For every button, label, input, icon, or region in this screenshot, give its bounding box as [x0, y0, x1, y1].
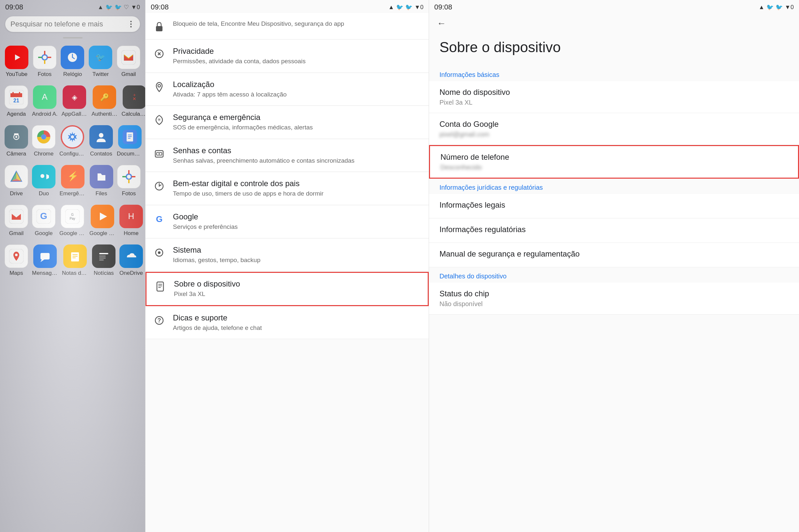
svg-rect-90: [158, 287, 161, 288]
app-appgallery-label: AppGallery: [61, 111, 87, 117]
settings-item-bemestar[interactable]: Bem-estar digital e controle dos pais Te…: [146, 172, 429, 205]
section-basicas: Informações básicas: [429, 66, 799, 81]
app-docs[interactable]: Documen...: [115, 122, 144, 160]
app-mensagens-label: Mensagens: [32, 270, 58, 277]
app-config[interactable]: Configura...: [58, 122, 87, 160]
app-noticias[interactable]: Notícias: [91, 242, 117, 279]
status-time-2: 09:08: [151, 3, 169, 12]
app-google[interactable]: G Google: [31, 202, 57, 239]
app-auth[interactable]: 🔑 Authentic...: [90, 83, 119, 120]
settings-item-senhas[interactable]: Senhas e contas Senhas salvas, preenchim…: [146, 139, 429, 172]
app-fotos2[interactable]: Fotos: [116, 162, 142, 200]
youtube-icon: [5, 46, 29, 69]
svg-rect-67: [72, 258, 76, 258]
about-item-conta-google[interactable]: Conta do Google pixel@gmail.com: [429, 113, 799, 145]
notif-icon-2: ▲: [388, 4, 394, 11]
settings-item-google[interactable]: G Google Serviços e preferências: [146, 206, 429, 238]
notas-icon: [63, 245, 87, 268]
about-item-nome[interactable]: Nome do dispositivo Pixel 3a XL: [429, 81, 799, 113]
conta-google-value: pixel@gmail.com: [439, 131, 788, 138]
app-notas[interactable]: Notas do ...: [61, 242, 89, 279]
app-agenda[interactable]: 21 Agenda: [3, 83, 29, 120]
fotos-icon: [33, 46, 56, 69]
app-youtube-label: YouTube: [5, 71, 28, 78]
app-calc-label: Calculado...: [121, 111, 145, 117]
about-item-status-chip[interactable]: Status do chip Não disponível: [429, 283, 799, 315]
app-drive-label: Drive: [10, 190, 23, 197]
app-twitter[interactable]: 🐦 Twitter: [87, 43, 114, 80]
app-gmail2[interactable]: Gmail: [3, 202, 29, 239]
nome-title: Nome do dispositivo: [439, 88, 788, 97]
settings-item-localizacao[interactable]: Localização Ativada: 7 apps têm acesso à…: [146, 73, 429, 106]
app-calc[interactable]: +✕ Calculado...: [120, 83, 145, 120]
dicas-subtitle: Artigos de ajuda, telefone e chat: [173, 324, 421, 332]
app-onedrive[interactable]: OneDrive: [118, 242, 144, 279]
svg-rect-89: [158, 286, 162, 286]
about-item-regulatorias[interactable]: Informações regulatórias: [429, 218, 799, 243]
svg-rect-28: [14, 133, 19, 135]
app-grid-row4: Drive Duo ⚡ Emergênc... Files Fotos: [0, 161, 145, 201]
app-fotos[interactable]: Fotos: [31, 43, 58, 80]
app-gmail[interactable]: Gmail: [115, 43, 142, 80]
settings-item-sistema[interactable]: Sistema Idiomas, gestos, tempo, backup: [146, 239, 429, 271]
back-button[interactable]: ←: [429, 13, 799, 31]
app-mensagens[interactable]: Mensagens: [31, 242, 59, 279]
app-youtube[interactable]: YouTube: [3, 43, 30, 80]
camera-icon: [4, 125, 28, 149]
about-device-panel: 09:08 ▲ 🐦 🐦 ▼0 ← Sobre o dispositivo Inf…: [429, 0, 799, 532]
app-drive[interactable]: Drive: [3, 162, 29, 200]
svg-text:?: ?: [158, 317, 161, 324]
settings-item-seguranca[interactable]: ✳ Segurança e emergência SOS de emergênc…: [146, 106, 429, 139]
app-android[interactable]: A Android A.: [31, 83, 59, 120]
app-googlepl[interactable]: Google Pl...: [88, 202, 117, 239]
app-maps[interactable]: Maps: [3, 242, 29, 279]
app-contatos[interactable]: Contatos: [88, 122, 114, 160]
emerg-icon: ⚡: [61, 165, 85, 188]
settings-item-bloqueio[interactable]: Bloqueio de tela, Encontre Meu Dispositi…: [146, 13, 429, 39]
app-home[interactable]: H Home: [118, 202, 144, 239]
app-appgallery[interactable]: ◈ AppGallery: [60, 83, 89, 120]
senhas-text: Senhas e contas Senhas salvas, preenchim…: [173, 146, 421, 165]
svg-text:A: A: [42, 92, 48, 102]
about-item-numero[interactable]: Número de telefone Desconhecido: [429, 145, 799, 179]
app-emerg[interactable]: ⚡ Emergênc...: [58, 162, 87, 200]
seguranca-title: Segurança e emergência: [173, 113, 421, 122]
app-googlepl-label: Google Pl...: [89, 230, 115, 237]
dicas-icon: ?: [153, 315, 165, 326]
svg-rect-9: [121, 50, 136, 64]
svg-point-2: [42, 55, 47, 60]
app-gpay[interactable]: GPay Google Pay: [58, 202, 87, 239]
duo-icon: [32, 165, 55, 188]
legais-title: Informações legais: [439, 201, 788, 210]
bemestar-title: Bem-estar digital e controle dos pais: [173, 179, 421, 188]
app-camera[interactable]: Câmera: [3, 122, 29, 160]
app-duo[interactable]: Duo: [31, 162, 57, 200]
settings-item-sobre[interactable]: Sobre o dispositivo Pixel 3a XL: [146, 272, 429, 306]
divider: [63, 37, 83, 38]
svg-point-35: [99, 133, 104, 137]
settings-item-privacidade[interactable]: Privacidade Permissões, atividade da con…: [146, 40, 429, 73]
bloqueio-subtitle: Bloqueio de tela, Encontre Meu Dispositi…: [173, 20, 421, 28]
search-bar[interactable]: Pesquisar no telefone e mais ⋮: [5, 16, 140, 32]
gpay-icon: GPay: [61, 205, 84, 228]
app-files-label: Files: [96, 190, 107, 197]
app-chrome[interactable]: Chrome: [31, 122, 57, 160]
google-title: Google: [173, 212, 421, 221]
app-files[interactable]: Files: [88, 162, 114, 200]
svg-point-47: [126, 174, 131, 179]
more-options-icon[interactable]: ⋮: [127, 20, 135, 29]
settings-item-dicas[interactable]: ? Dicas e suporte Artigos de ajuda, tele…: [146, 307, 429, 339]
app-contatos-label: Contatos: [90, 151, 112, 157]
noticias-icon: [92, 245, 115, 268]
svg-rect-70: [99, 255, 106, 256]
about-title: Sobre o dispositivo: [429, 31, 799, 66]
wifi-icon-3: ▼0: [785, 4, 794, 11]
app-drawer-panel: 09:08 ▲ 🐦 🐦 ♡ ▼0 Pesquisar no telefone e…: [0, 0, 145, 532]
about-item-legais[interactable]: Informações legais: [429, 194, 799, 218]
about-item-manual[interactable]: Manual de segurança e regulamentação: [429, 243, 799, 267]
app-noticias-label: Notícias: [94, 270, 113, 277]
twitter-icon-3: 🐦: [396, 4, 403, 11]
app-relogio[interactable]: Relógio: [59, 43, 86, 80]
google-settings-icon: G: [153, 213, 165, 225]
sistema-subtitle: Idiomas, gestos, tempo, backup: [173, 256, 421, 265]
